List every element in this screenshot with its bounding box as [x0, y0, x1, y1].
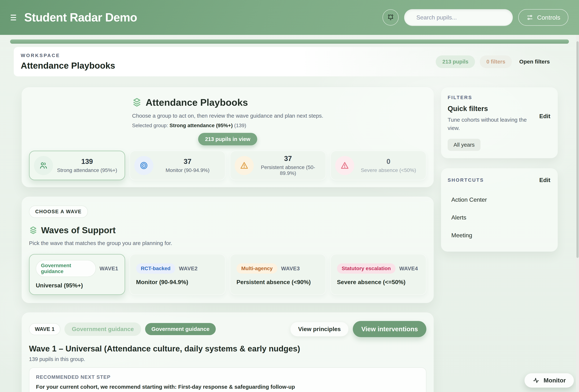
target-icon: [134, 156, 153, 175]
shortcuts-list: Action Center Alerts Meeting: [448, 191, 551, 244]
content-area: Attendance Playbooks Choose a group to a…: [0, 76, 579, 392]
users-icon: [34, 156, 53, 175]
filters-count-badge: 0 filters: [480, 55, 512, 68]
header-actions: Controls: [382, 9, 568, 26]
pupils-count-badge: 213 pupils: [436, 55, 475, 68]
bell-icon: [387, 13, 394, 21]
wave-code: WAVE3: [281, 266, 300, 272]
warning-triangle-icon: [235, 156, 254, 175]
choose-a-wave-badge: CHOOSE A WAVE: [29, 206, 88, 218]
wave-evidence-badge: Multi-agency: [236, 263, 277, 274]
monitor-button[interactable]: Monitor: [524, 373, 574, 388]
sidebar: FILTERS Quick filters Tune cohorts witho…: [441, 87, 558, 252]
open-filters-button[interactable]: Open filters: [517, 57, 552, 67]
layers-icon: [132, 98, 142, 107]
shortcuts-eyebrow: SHORTCUTS: [448, 177, 484, 183]
wave-code: WAVE4: [399, 266, 418, 272]
group-size-text: 139 pupils in this group.: [29, 356, 426, 362]
wave-detail-card: WAVE 1 Government guidance Government gu…: [22, 313, 434, 392]
workspace-eyebrow: WORKSPACE: [21, 53, 115, 58]
playbooks-title: Attendance Playbooks: [146, 97, 248, 108]
wave-evidence-badge: Statutory escalation: [337, 263, 396, 274]
filters-eyebrow: FILTERS: [448, 95, 551, 100]
stat-tile-strong-attendance[interactable]: 139 Strong attendance (95%+): [29, 151, 125, 180]
wave-name: Universal (95%+): [36, 282, 118, 289]
group-stats-row: 139 Strong attendance (95%+) 37: [29, 151, 426, 180]
wave-evidence-badge: RCT-backed: [136, 263, 175, 274]
workspace-actions: 213 pupils 0 filters Open filters: [436, 55, 552, 68]
recommended-headline: For your current cohort, we recommend st…: [36, 384, 419, 390]
playbooks-card: Attendance Playbooks Choose a group to a…: [22, 87, 434, 187]
selected-group-prefix: Selected group:: [132, 123, 168, 128]
wave-name: Severe absence (<=50%): [337, 279, 420, 286]
activity-icon: [533, 377, 540, 384]
controls-button[interactable]: Controls: [518, 9, 568, 26]
shortcut-meeting[interactable]: Meeting: [448, 227, 551, 244]
wave-tile-3[interactable]: Multi-agency WAVE3 Persistent absence (<…: [230, 254, 326, 295]
view-interventions-button[interactable]: View interventions: [353, 321, 426, 337]
page-title: Attendance Playbooks: [21, 61, 115, 71]
search-container: [404, 9, 513, 26]
workspace-bar: WORKSPACE Attendance Playbooks 213 pupil…: [14, 47, 565, 76]
wave-evidence-badge: Government guidance: [36, 260, 96, 277]
stat-value: 0: [355, 158, 422, 165]
guidance-solid-badge: Government guidance: [145, 323, 216, 335]
stat-value: 37: [154, 158, 221, 165]
stat-tile-severe-absence[interactable]: 0 Severe absence (<50%): [330, 151, 427, 180]
controls-label: Controls: [537, 14, 560, 21]
view-principles-button[interactable]: View principles: [290, 322, 349, 337]
wave-tile-1[interactable]: Government guidance WAVE1 Universal (95%…: [29, 254, 125, 295]
wave-tile-4[interactable]: Statutory escalation WAVE4 Severe absenc…: [330, 254, 427, 295]
layers-icon: [29, 226, 37, 235]
sliders-icon: [526, 14, 533, 21]
wave-name: Monitor (90-94.9%): [136, 279, 219, 286]
stat-tile-monitor[interactable]: 37 Monitor (90-94.9%): [130, 151, 226, 180]
playbooks-intro: Attendance Playbooks Choose a group to a…: [132, 97, 323, 142]
stat-label: Strong attendance (95%+): [54, 167, 120, 173]
wave-name: Persistent absence (<90%): [236, 279, 319, 286]
shortcuts-card: SHORTCUTS Edit Action Center Alerts Meet…: [441, 168, 558, 252]
quick-filters-description: Tune cohorts without leaving the view.: [448, 116, 534, 132]
stat-label: Persistent absence (50-89.9%): [255, 164, 321, 176]
shortcut-action-center[interactable]: Action Center: [448, 191, 551, 209]
pupils-in-view-badge: 213 pupils in view: [198, 133, 257, 145]
app-title: Student Radar Demo: [24, 11, 137, 24]
selected-group-count: (139): [234, 123, 246, 128]
guidance-soft-badge: Government guidance: [64, 322, 141, 336]
filter-chip-all-years[interactable]: All years: [448, 139, 481, 151]
recommended-eyebrow: RECOMMENDED NEXT STEP: [36, 374, 419, 380]
selected-group-name: Strong attendance (95%+): [169, 123, 233, 128]
wave-tile-2[interactable]: RCT-backed WAVE2 Monitor (90-94.9%): [130, 254, 226, 295]
app-header: Student Radar Demo Controls: [0, 0, 579, 35]
wave-detail-heading: Wave 1 – Universal (Attendance culture, …: [29, 344, 426, 353]
stat-value: 37: [255, 155, 321, 162]
stat-tile-persistent-absence[interactable]: 37 Persistent absence (50-89.9%): [230, 151, 326, 180]
monitor-label: Monitor: [544, 377, 566, 384]
scrollbar-thumb[interactable]: [577, 41, 579, 258]
notifications-button[interactable]: [382, 9, 399, 25]
warning-triangle-icon: [335, 156, 354, 175]
waves-subtitle: Pick the wave that matches the group you…: [29, 240, 426, 246]
wave-number-badge: WAVE 1: [29, 323, 60, 335]
main-column: Attendance Playbooks Choose a group to a…: [22, 87, 434, 392]
scrollbar-track[interactable]: [576, 35, 579, 392]
waves-title: Waves of Support: [41, 225, 116, 235]
edit-filters-button[interactable]: Edit: [539, 112, 551, 121]
accent-bar: [10, 39, 569, 44]
waves-grid: Government guidance WAVE1 Universal (95%…: [29, 254, 426, 295]
search-input[interactable]: [404, 9, 513, 26]
shortcut-alerts[interactable]: Alerts: [448, 209, 551, 227]
menu-icon: [11, 15, 16, 16]
playbooks-subtitle: Choose a group to act on, then review th…: [132, 113, 323, 119]
wave-code: WAVE1: [100, 266, 118, 272]
wave-detail-badges: WAVE 1 Government guidance Government gu…: [29, 321, 426, 337]
edit-shortcuts-button[interactable]: Edit: [539, 176, 551, 185]
stat-label: Monitor (90-94.9%): [154, 167, 221, 173]
selected-group-line: Selected group:Strong attendance (95%+)(…: [132, 123, 246, 128]
waves-card: CHOOSE A WAVE Waves of Support Pick the …: [22, 197, 434, 303]
menu-button[interactable]: [11, 15, 17, 20]
workspace-heading: WORKSPACE Attendance Playbooks: [21, 53, 115, 71]
wave-code: WAVE2: [179, 266, 198, 272]
quick-filters-title: Quick filters: [448, 105, 534, 113]
stat-label: Severe absence (<50%): [355, 167, 422, 173]
